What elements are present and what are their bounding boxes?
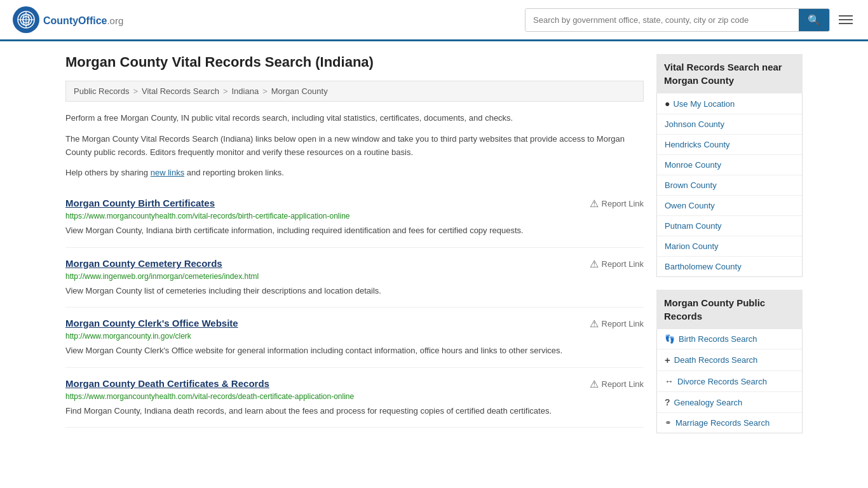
- header: CountyOffice.org 🔍: [0, 0, 868, 41]
- sep3: >: [262, 86, 268, 96]
- nearby-counties-list: Johnson CountyHendricks CountyMonroe Cou…: [657, 114, 802, 276]
- report-label-0: Report Link: [602, 199, 644, 208]
- logo-area: CountyOffice.org: [13, 6, 123, 33]
- report-link-3[interactable]: ⚠ Report Link: [590, 378, 644, 390]
- nearby-county-link-1[interactable]: Hendricks County: [665, 140, 730, 149]
- divorce-icon: ↔: [665, 376, 674, 386]
- result-desc-1: View Morgan County list of cemeteries in…: [65, 285, 644, 297]
- results-list: Morgan County Birth Certificates ⚠ Repor…: [65, 187, 644, 428]
- result-item: Morgan County Death Certificates & Recor…: [65, 368, 644, 428]
- nearby-section: Vital Records Search near Morgan County …: [656, 54, 803, 277]
- public-record-link-2[interactable]: Divorce Records Search: [677, 377, 767, 386]
- public-record-link-4[interactable]: Marriage Records Search: [675, 418, 770, 428]
- location-icon: ●: [665, 98, 670, 109]
- breadcrumb-morgan-county[interactable]: Morgan County: [271, 86, 328, 96]
- content-area: Morgan County Vital Records Search (Indi…: [65, 54, 644, 446]
- public-record-item-4: ⚭Marriage Records Search: [657, 413, 802, 433]
- menu-line3: [839, 23, 853, 24]
- result-title-2[interactable]: Morgan County Clerk's Office Website: [65, 318, 238, 329]
- main-container: Morgan County Vital Records Search (Indi…: [53, 41, 815, 459]
- nearby-county-item-7: Bartholomew County: [657, 257, 802, 276]
- use-my-location-item[interactable]: ● Use My Location: [657, 93, 802, 114]
- nearby-county-link-6[interactable]: Marion County: [665, 241, 719, 251]
- public-record-item-2: ↔Divorce Records Search: [657, 371, 802, 392]
- nearby-county-link-0[interactable]: Johnson County: [665, 119, 724, 129]
- public-record-link-1[interactable]: Death Records Search: [674, 355, 758, 365]
- report-icon-3: ⚠: [590, 378, 599, 390]
- nearby-county-link-3[interactable]: Brown County: [665, 180, 717, 190]
- result-url-1[interactable]: http://www.ingenweb.org/inmorgan/cemeter…: [65, 272, 644, 281]
- report-icon-1: ⚠: [590, 258, 599, 270]
- page-title: Morgan County Vital Records Search (Indi…: [65, 54, 644, 71]
- result-title-3[interactable]: Morgan County Death Certificates & Recor…: [65, 378, 269, 389]
- result-url-0[interactable]: https://www.morgancountyhealth.com/vital…: [65, 212, 644, 220]
- death-icon: +: [665, 355, 670, 365]
- search-bar: 🔍: [525, 8, 830, 32]
- result-item: Morgan County Cemetery Records ⚠ Report …: [65, 248, 644, 308]
- nearby-county-link-2[interactable]: Monroe County: [665, 160, 721, 170]
- new-links-link[interactable]: new links: [151, 168, 184, 177]
- result-desc-3: Find Morgan County, Indiana death record…: [65, 405, 644, 417]
- birth-icon: 👣: [665, 334, 675, 344]
- search-button[interactable]: 🔍: [799, 9, 829, 31]
- result-desc-2: View Morgan County Clerk's Office websit…: [65, 344, 644, 357]
- report-icon-0: ⚠: [590, 198, 599, 210]
- sep1: >: [133, 86, 138, 96]
- breadcrumb-vital-records[interactable]: Vital Records Search: [142, 86, 219, 96]
- header-right: 🔍: [525, 8, 855, 32]
- nearby-county-item-0: Johnson County: [657, 114, 802, 135]
- menu-line1: [839, 15, 853, 17]
- sidebar: Vital Records Search near Morgan County …: [656, 54, 803, 446]
- menu-line2: [839, 19, 853, 20]
- nearby-county-link-7[interactable]: Bartholomew County: [665, 262, 742, 271]
- nearby-county-item-3: Brown County: [657, 175, 802, 196]
- breadcrumb-public-records[interactable]: Public Records: [74, 86, 129, 96]
- desc-text-2: The Morgan County Vital Records Search (…: [65, 133, 644, 159]
- nearby-county-link-5[interactable]: Putnam County: [665, 221, 722, 231]
- report-link-2[interactable]: ⚠ Report Link: [590, 318, 644, 330]
- result-title-1[interactable]: Morgan County Cemetery Records: [65, 258, 222, 269]
- result-desc-0: View Morgan County, Indiana birth certif…: [65, 224, 644, 237]
- breadcrumb: Public Records > Vital Records Search > …: [65, 81, 644, 102]
- public-record-item-0: 👣Birth Records Search: [657, 329, 802, 349]
- search-input[interactable]: [526, 9, 799, 31]
- public-records-links: 👣Birth Records Search+Death Records Sear…: [657, 329, 802, 433]
- report-label-1: Report Link: [602, 259, 644, 269]
- nearby-county-item-5: Putnam County: [657, 216, 802, 236]
- public-records-header: Morgan County Public Records: [656, 290, 803, 329]
- report-label-2: Report Link: [602, 319, 644, 329]
- public-record-link-3[interactable]: Genealogy Search: [674, 398, 743, 407]
- desc-text-1: Perform a free Morgan County, IN public …: [65, 112, 644, 125]
- logo-icon: [13, 6, 39, 33]
- result-url-3[interactable]: https://www.morgancountyhealth.com/vital…: [65, 392, 644, 401]
- report-link-0[interactable]: ⚠ Report Link: [590, 198, 644, 210]
- result-title-0[interactable]: Morgan County Birth Certificates: [65, 198, 215, 208]
- public-records-list: 👣Birth Records Search+Death Records Sear…: [656, 329, 803, 433]
- result-item: Morgan County Birth Certificates ⚠ Repor…: [65, 187, 644, 248]
- nearby-list: ● Use My Location Johnson CountyHendrick…: [656, 93, 803, 277]
- nearby-header: Vital Records Search near Morgan County: [656, 54, 803, 93]
- nearby-county-link-4[interactable]: Owen County: [665, 201, 715, 210]
- result-item: Morgan County Clerk's Office Website ⚠ R…: [65, 308, 644, 368]
- public-record-link-0[interactable]: Birth Records Search: [679, 334, 757, 344]
- result-url-2[interactable]: http://www.morgancounty.in.gov/clerk: [65, 332, 644, 341]
- marriage-icon: ⚭: [665, 418, 672, 428]
- public-records-section: Morgan County Public Records 👣Birth Reco…: [656, 290, 803, 433]
- report-label-3: Report Link: [602, 379, 644, 389]
- public-record-item-1: +Death Records Search: [657, 349, 802, 371]
- sep2: >: [223, 86, 228, 96]
- breadcrumb-indiana[interactable]: Indiana: [232, 86, 259, 96]
- nearby-county-item-4: Owen County: [657, 196, 802, 216]
- desc-text-3: Help others by sharing new links and rep…: [65, 166, 644, 180]
- public-record-item-3: ?Genealogy Search: [657, 392, 802, 413]
- use-my-location-link[interactable]: Use My Location: [673, 99, 735, 109]
- menu-button[interactable]: [836, 13, 855, 27]
- genealogy-icon: ?: [665, 397, 670, 407]
- logo-text: CountyOffice.org: [43, 13, 123, 27]
- report-link-1[interactable]: ⚠ Report Link: [590, 258, 644, 270]
- nearby-county-item-6: Marion County: [657, 236, 802, 257]
- report-icon-2: ⚠: [590, 318, 599, 330]
- nearby-county-item-2: Monroe County: [657, 155, 802, 175]
- nearby-county-item-1: Hendricks County: [657, 135, 802, 155]
